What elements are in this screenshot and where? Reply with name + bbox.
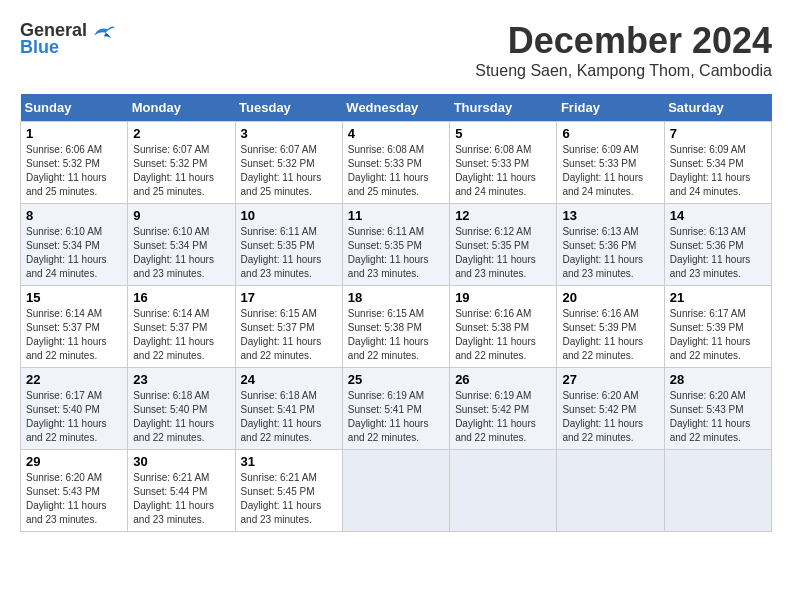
day-cell: 21Sunrise: 6:17 AMSunset: 5:39 PMDayligh… — [664, 286, 771, 368]
day-info: Sunrise: 6:19 AMSunset: 5:42 PMDaylight:… — [455, 389, 551, 445]
day-cell: 16Sunrise: 6:14 AMSunset: 5:37 PMDayligh… — [128, 286, 235, 368]
day-cell: 3Sunrise: 6:07 AMSunset: 5:32 PMDaylight… — [235, 122, 342, 204]
day-cell: 14Sunrise: 6:13 AMSunset: 5:36 PMDayligh… — [664, 204, 771, 286]
day-info: Sunrise: 6:07 AMSunset: 5:32 PMDaylight:… — [241, 143, 337, 199]
day-cell: 26Sunrise: 6:19 AMSunset: 5:42 PMDayligh… — [450, 368, 557, 450]
week-row-2: 8Sunrise: 6:10 AMSunset: 5:34 PMDaylight… — [21, 204, 772, 286]
day-info: Sunrise: 6:21 AMSunset: 5:44 PMDaylight:… — [133, 471, 229, 527]
day-number: 15 — [26, 290, 122, 305]
day-info: Sunrise: 6:08 AMSunset: 5:33 PMDaylight:… — [455, 143, 551, 199]
day-cell — [664, 450, 771, 532]
day-number: 18 — [348, 290, 444, 305]
day-info: Sunrise: 6:08 AMSunset: 5:33 PMDaylight:… — [348, 143, 444, 199]
day-number: 9 — [133, 208, 229, 223]
day-info: Sunrise: 6:06 AMSunset: 5:32 PMDaylight:… — [26, 143, 122, 199]
day-info: Sunrise: 6:17 AMSunset: 5:39 PMDaylight:… — [670, 307, 766, 363]
day-number: 12 — [455, 208, 551, 223]
day-number: 14 — [670, 208, 766, 223]
day-cell — [450, 450, 557, 532]
day-number: 22 — [26, 372, 122, 387]
day-number: 16 — [133, 290, 229, 305]
day-info: Sunrise: 6:20 AMSunset: 5:43 PMDaylight:… — [26, 471, 122, 527]
weekday-friday: Friday — [557, 94, 664, 122]
day-cell: 7Sunrise: 6:09 AMSunset: 5:34 PMDaylight… — [664, 122, 771, 204]
weekday-sunday: Sunday — [21, 94, 128, 122]
day-cell: 29Sunrise: 6:20 AMSunset: 5:43 PMDayligh… — [21, 450, 128, 532]
day-number: 20 — [562, 290, 658, 305]
day-cell — [557, 450, 664, 532]
day-number: 7 — [670, 126, 766, 141]
day-cell: 31Sunrise: 6:21 AMSunset: 5:45 PMDayligh… — [235, 450, 342, 532]
day-cell: 4Sunrise: 6:08 AMSunset: 5:33 PMDaylight… — [342, 122, 449, 204]
day-cell: 20Sunrise: 6:16 AMSunset: 5:39 PMDayligh… — [557, 286, 664, 368]
day-number: 29 — [26, 454, 122, 469]
day-number: 23 — [133, 372, 229, 387]
day-cell: 15Sunrise: 6:14 AMSunset: 5:37 PMDayligh… — [21, 286, 128, 368]
day-number: 21 — [670, 290, 766, 305]
day-info: Sunrise: 6:09 AMSunset: 5:33 PMDaylight:… — [562, 143, 658, 199]
day-number: 26 — [455, 372, 551, 387]
day-cell: 9Sunrise: 6:10 AMSunset: 5:34 PMDaylight… — [128, 204, 235, 286]
day-info: Sunrise: 6:07 AMSunset: 5:32 PMDaylight:… — [133, 143, 229, 199]
page-container: General Blue December 2024 Stueng Saen, … — [20, 20, 772, 532]
week-row-1: 1Sunrise: 6:06 AMSunset: 5:32 PMDaylight… — [21, 122, 772, 204]
day-cell: 8Sunrise: 6:10 AMSunset: 5:34 PMDaylight… — [21, 204, 128, 286]
weekday-saturday: Saturday — [664, 94, 771, 122]
month-title: December 2024 — [475, 20, 772, 62]
day-info: Sunrise: 6:16 AMSunset: 5:38 PMDaylight:… — [455, 307, 551, 363]
weekday-monday: Monday — [128, 94, 235, 122]
day-cell: 22Sunrise: 6:17 AMSunset: 5:40 PMDayligh… — [21, 368, 128, 450]
day-cell: 28Sunrise: 6:20 AMSunset: 5:43 PMDayligh… — [664, 368, 771, 450]
logo-area: General Blue — [20, 20, 117, 58]
weekday-thursday: Thursday — [450, 94, 557, 122]
day-info: Sunrise: 6:21 AMSunset: 5:45 PMDaylight:… — [241, 471, 337, 527]
day-cell: 30Sunrise: 6:21 AMSunset: 5:44 PMDayligh… — [128, 450, 235, 532]
day-number: 28 — [670, 372, 766, 387]
day-info: Sunrise: 6:09 AMSunset: 5:34 PMDaylight:… — [670, 143, 766, 199]
weekday-wednesday: Wednesday — [342, 94, 449, 122]
day-info: Sunrise: 6:11 AMSunset: 5:35 PMDaylight:… — [241, 225, 337, 281]
weekday-header-row: SundayMondayTuesdayWednesdayThursdayFrid… — [21, 94, 772, 122]
day-cell: 5Sunrise: 6:08 AMSunset: 5:33 PMDaylight… — [450, 122, 557, 204]
week-row-4: 22Sunrise: 6:17 AMSunset: 5:40 PMDayligh… — [21, 368, 772, 450]
day-cell: 17Sunrise: 6:15 AMSunset: 5:37 PMDayligh… — [235, 286, 342, 368]
day-cell: 25Sunrise: 6:19 AMSunset: 5:41 PMDayligh… — [342, 368, 449, 450]
day-number: 25 — [348, 372, 444, 387]
day-cell: 24Sunrise: 6:18 AMSunset: 5:41 PMDayligh… — [235, 368, 342, 450]
location-title: Stueng Saen, Kampong Thom, Cambodia — [475, 62, 772, 80]
day-number: 5 — [455, 126, 551, 141]
logo-bird-icon — [89, 22, 117, 40]
day-cell: 10Sunrise: 6:11 AMSunset: 5:35 PMDayligh… — [235, 204, 342, 286]
day-number: 4 — [348, 126, 444, 141]
day-number: 27 — [562, 372, 658, 387]
day-info: Sunrise: 6:16 AMSunset: 5:39 PMDaylight:… — [562, 307, 658, 363]
day-number: 3 — [241, 126, 337, 141]
day-cell: 23Sunrise: 6:18 AMSunset: 5:40 PMDayligh… — [128, 368, 235, 450]
day-info: Sunrise: 6:19 AMSunset: 5:41 PMDaylight:… — [348, 389, 444, 445]
day-number: 10 — [241, 208, 337, 223]
day-info: Sunrise: 6:20 AMSunset: 5:42 PMDaylight:… — [562, 389, 658, 445]
day-number: 1 — [26, 126, 122, 141]
header: General Blue December 2024 Stueng Saen, … — [20, 20, 772, 90]
day-cell: 19Sunrise: 6:16 AMSunset: 5:38 PMDayligh… — [450, 286, 557, 368]
day-info: Sunrise: 6:13 AMSunset: 5:36 PMDaylight:… — [670, 225, 766, 281]
calendar-table: SundayMondayTuesdayWednesdayThursdayFrid… — [20, 94, 772, 532]
day-info: Sunrise: 6:14 AMSunset: 5:37 PMDaylight:… — [133, 307, 229, 363]
day-cell: 11Sunrise: 6:11 AMSunset: 5:35 PMDayligh… — [342, 204, 449, 286]
day-number: 19 — [455, 290, 551, 305]
week-row-3: 15Sunrise: 6:14 AMSunset: 5:37 PMDayligh… — [21, 286, 772, 368]
day-cell: 18Sunrise: 6:15 AMSunset: 5:38 PMDayligh… — [342, 286, 449, 368]
day-info: Sunrise: 6:15 AMSunset: 5:38 PMDaylight:… — [348, 307, 444, 363]
week-row-5: 29Sunrise: 6:20 AMSunset: 5:43 PMDayligh… — [21, 450, 772, 532]
day-number: 2 — [133, 126, 229, 141]
day-number: 17 — [241, 290, 337, 305]
day-cell: 1Sunrise: 6:06 AMSunset: 5:32 PMDaylight… — [21, 122, 128, 204]
logo-blue: Blue — [20, 37, 59, 58]
day-number: 30 — [133, 454, 229, 469]
day-number: 8 — [26, 208, 122, 223]
day-info: Sunrise: 6:20 AMSunset: 5:43 PMDaylight:… — [670, 389, 766, 445]
day-info: Sunrise: 6:15 AMSunset: 5:37 PMDaylight:… — [241, 307, 337, 363]
day-cell: 12Sunrise: 6:12 AMSunset: 5:35 PMDayligh… — [450, 204, 557, 286]
day-number: 31 — [241, 454, 337, 469]
day-cell: 13Sunrise: 6:13 AMSunset: 5:36 PMDayligh… — [557, 204, 664, 286]
